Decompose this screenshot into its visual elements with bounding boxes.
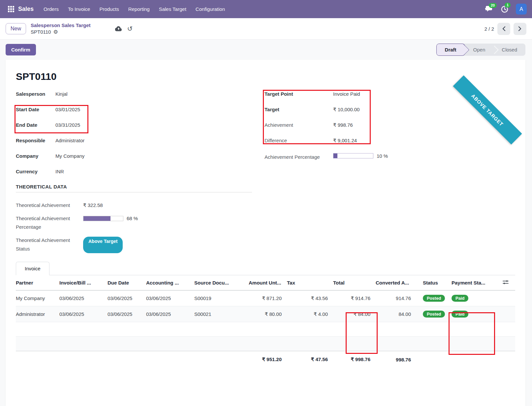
tab-invoice[interactable]: Invoice [16,262,49,275]
stage-widget: Draft Open Closed [436,44,525,56]
tab-bar: Invoice [16,262,515,275]
theoretical-progressbar [83,216,123,221]
field-salesperson: Salesperson Kinjal [16,91,247,97]
field-achievement: Achievement ₹ 998.76 [265,122,403,128]
user-avatar[interactable]: A [516,4,527,15]
form-view: Confirm Draft Open Closed ABOVE TARGET S… [0,40,532,406]
col-partner[interactable]: Partner [16,275,57,290]
total-total: ₹ 998.76 [330,351,373,369]
field-achievement-percentage: Achievement Percentage 10 % [265,153,403,161]
breadcrumb-parent-link[interactable]: Salesperson Sales Target [31,22,90,29]
status-badge-posted: Posted [423,295,445,302]
field-difference: Difference ₹ 9,001.24 [265,137,403,144]
control-panel: New Salesperson Sales Target SPT0110 ⚙ ↺… [0,18,532,40]
breadcrumb-current: SPT0110 [31,29,51,35]
invoice-list-table: Partner Invoice/Bill ... Due Date Accoun… [16,275,515,369]
above-target-badge: Above Target [83,237,123,253]
col-source-document[interactable]: Source Docu... [192,275,246,290]
empty-row [16,322,515,337]
discard-undo-icon[interactable]: ↺ [127,25,133,32]
totals-row: ₹ 951.20 ₹ 47.56 ₹ 998.76 998.76 [16,351,515,369]
odoo-sales-target-screen: Sales Orders To Invoice Products Reporti… [0,0,532,406]
record-actions-gear-icon[interactable]: ⚙ [53,29,58,35]
field-theoretical-achievement-status: Theoretical Achievement Status Above Tar… [16,236,515,253]
empty-row [16,337,515,351]
field-theoretical-achievement: Theoretical Achievement ₹ 322.58 [16,201,515,210]
col-amount-untaxed[interactable]: Amount Unt... [246,275,284,290]
end-date-value[interactable]: 03/31/2025 [55,122,80,128]
notebook: Invoice Partner Invoice/Bill ... Due Dat… [16,262,515,369]
activities-count-badge: 1 [505,3,511,8]
achievement-progressbar [333,153,373,158]
col-converted-amount[interactable]: Converted A... [373,275,414,290]
breadcrumb: Salesperson Sales Target SPT0110 ⚙ [31,22,90,35]
statusbar: Confirm Draft Open Closed [0,40,532,60]
nav-item-configuration[interactable]: Configuration [196,6,225,12]
theoretical-achievement-value: ₹ 322.58 [83,201,103,210]
field-target: Target ₹ 10,000.00 [265,106,403,113]
start-date-value[interactable]: 03/01/2025 [55,106,80,113]
theoretical-percentage-text: 68 % [127,214,138,223]
field-currency: Currency INR [16,168,247,175]
field-target-point: Target Point Invoice Paid [265,91,403,97]
achievement-value: ₹ 998.76 [333,122,353,128]
table-header-row: Partner Invoice/Bill ... Due Date Accoun… [16,275,515,290]
stage-draft[interactable]: Draft [436,44,465,56]
save-cloud-icon[interactable] [115,26,122,31]
total-tax: ₹ 47.56 [284,351,330,369]
field-start-date: Start Date 03/01/2025 [16,106,247,113]
col-total[interactable]: Total [330,275,373,290]
field-company: Company My Company [16,153,247,159]
optional-columns-button[interactable] [496,275,515,290]
app-name[interactable]: Sales [18,6,34,13]
invoice-row-2[interactable]: Administrator 03/06/2025 03/06/2025 03/0… [16,306,515,322]
activities-clock-icon[interactable]: 1 [501,5,509,13]
col-status[interactable]: Status [414,275,449,290]
difference-value: ₹ 9,001.24 [333,137,357,144]
field-end-date: End Date 03/31/2025 [16,122,247,128]
invoice-row-1[interactable]: My Company 03/06/2025 03/06/2025 03/06/2… [16,290,515,306]
col-invoice-bill-date[interactable]: Invoice/Bill ... [57,275,105,290]
messages-icon[interactable]: 20 [485,6,493,13]
theoretical-data-section: Theoretical Achievement ₹ 322.58 Theoret… [16,201,515,253]
new-button[interactable]: New [6,23,26,34]
status-badge-posted: Posted [423,311,445,318]
col-payment-status[interactable]: Payment Sta... [449,275,496,290]
stage-open[interactable]: Open [465,44,494,56]
responsible-value[interactable]: Administrator [55,137,84,144]
pager-count: 2 / 2 [485,26,494,32]
target-value[interactable]: ₹ 10,000.00 [333,106,360,113]
messages-count-badge: 20 [489,3,497,8]
right-field-column: Target Point Invoice Paid Target ₹ 10,00… [265,91,403,171]
confirm-button[interactable]: Confirm [6,44,36,55]
nav-item-reporting[interactable]: Reporting [128,6,150,12]
theoretical-data-heading: THEORETICAL DATA [16,184,252,192]
total-amount-untaxed: ₹ 951.20 [246,351,284,369]
target-point-value[interactable]: Invoice Paid [333,91,360,97]
payment-status-badge-paid: Paid [452,295,468,302]
col-tax[interactable]: Tax [284,275,330,290]
total-converted-amount: 998.76 [373,351,414,369]
salesperson-value[interactable]: Kinjal [55,91,68,97]
pager-next-button[interactable] [514,23,526,35]
pager-previous-button[interactable] [497,23,510,35]
col-due-date[interactable]: Due Date [105,275,143,290]
field-theoretical-achievement-percentage: Theoretical Achievement Percentage 68 % [16,214,515,231]
top-navbar: Sales Orders To Invoice Products Reporti… [0,0,532,18]
company-value[interactable]: My Company [55,153,84,159]
record-title: SPT0110 [16,71,515,82]
form-sheet: ABOVE TARGET SPT0110 Salesperson Kinjal … [6,60,525,406]
field-responsible: Responsible Administrator [16,137,247,144]
achievement-percentage-text: 10 % [377,153,388,159]
payment-status-badge-paid: Paid [452,311,468,318]
stage-closed[interactable]: Closed [493,44,525,56]
nav-item-sales-target[interactable]: Sales Target [159,6,186,12]
currency-value[interactable]: INR [55,168,64,175]
col-accounting-date[interactable]: Accounting ... [143,275,192,290]
apps-grid-icon[interactable] [8,6,14,12]
nav-item-products[interactable]: Products [99,6,119,12]
nav-item-to-invoice[interactable]: To Invoice [68,6,90,12]
left-field-column: Salesperson Kinjal Start Date 03/01/2025… [16,91,247,175]
nav-item-orders[interactable]: Orders [44,6,59,12]
